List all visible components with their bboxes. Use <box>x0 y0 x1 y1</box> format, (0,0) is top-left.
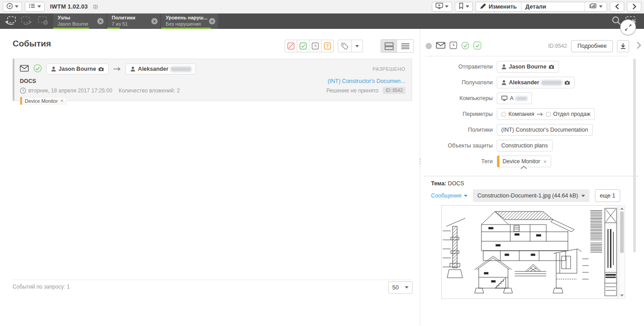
sender-chip[interactable]: Jason Bourne <box>46 64 109 74</box>
presentation-button[interactable] <box>432 2 452 12</box>
undo-selection-icon[interactable] <box>5 16 16 27</box>
check-circle-icon <box>461 41 469 51</box>
report-button[interactable] <box>585 2 607 11</box>
perimeter-chip[interactable]: Компания Отдел продаж <box>497 108 595 120</box>
dashboard-menu-button[interactable] <box>3 2 22 12</box>
filter-chip-policies[interactable]: Политики 7 из 51 × <box>107 14 160 29</box>
events-count: Событий по запросу: 1 <box>13 284 70 290</box>
message-label: Сообщение <box>431 193 462 199</box>
top-toolbar: IWTM 1.02.03 <box>0 0 644 14</box>
clock-icon <box>20 87 26 94</box>
blocked-icon <box>287 42 295 50</box>
field-row-protected-objects: Объекты защиты Construction plans <box>420 140 632 152</box>
tag-filter-button[interactable] <box>338 40 352 52</box>
filter-chip-value: 7 из 51 <box>112 21 151 28</box>
header-divider <box>426 56 629 56</box>
scroll-up-icon[interactable] <box>620 207 624 210</box>
person-icon <box>51 66 56 72</box>
verdict-blocked-button[interactable] <box>285 40 297 52</box>
message-dropdown[interactable]: Сообщение <box>431 193 467 199</box>
policy-link[interactable]: (INT) Constructor's Documen... <box>327 78 405 84</box>
redacted-name <box>541 80 562 85</box>
scroll-down-icon[interactable] <box>620 294 624 297</box>
recipient-chip[interactable]: Aleksander <box>126 64 195 74</box>
tag-filter-dropdown[interactable] <box>351 40 363 52</box>
verdict-pending-button[interactable] <box>309 40 322 52</box>
queries-menu-button[interactable] <box>25 2 45 12</box>
field-label: Теги <box>420 158 497 165</box>
collapse-panel-button[interactable] <box>636 41 641 51</box>
redacted-name <box>516 96 527 101</box>
chevron-down-icon <box>445 5 449 8</box>
download-button[interactable] <box>617 40 629 52</box>
perimeter-to: Отдел продаж <box>553 111 590 117</box>
sender-chip[interactable]: Jason Bourne <box>497 61 559 73</box>
redacted-name <box>171 67 191 72</box>
more-attachments-button[interactable]: еще 1 <box>595 189 620 202</box>
details-scrollbar-thumb[interactable] <box>633 59 636 253</box>
filter-chip-title: Уровень наруш... <box>166 15 209 21</box>
person-icon <box>130 66 136 72</box>
next-event-button[interactable] <box>627 2 641 12</box>
scale-toggle-button[interactable] <box>620 19 636 35</box>
edit-details-group: Изменить Детали <box>476 2 607 12</box>
envelope-icon <box>20 65 29 73</box>
cards-view-button[interactable] <box>381 40 397 52</box>
page-size-select[interactable]: 50 <box>388 281 413 294</box>
top-toolbar-left: IWTM 1.02.03 <box>3 2 99 12</box>
details-more-button[interactable]: Подробнее <box>571 40 613 52</box>
close-icon[interactable]: × <box>543 158 547 165</box>
edit-button[interactable]: Изменить <box>476 2 522 11</box>
selection-tools <box>0 14 53 29</box>
view-toggle <box>381 39 414 53</box>
redo-selection-icon[interactable] <box>21 16 32 27</box>
perimeter-icon <box>546 112 551 117</box>
tag-filter-group <box>338 40 363 52</box>
event-subject: DOCS <box>20 78 36 84</box>
field-label: Объекты защиты <box>420 142 497 149</box>
clear-selection-icon[interactable] <box>37 16 49 27</box>
prev-event-button[interactable] <box>610 2 624 12</box>
close-icon[interactable]: × <box>97 18 104 24</box>
bookmark-button[interactable] <box>455 2 473 12</box>
list-view-button[interactable] <box>397 40 413 52</box>
collapse-fields-button[interactable] <box>520 164 527 171</box>
close-icon[interactable]: × <box>151 18 158 24</box>
verdict-unknown-button[interactable]: ? <box>321 40 334 52</box>
attachment-preview[interactable] <box>441 205 618 299</box>
scrollbar-thumb[interactable] <box>620 211 624 253</box>
recipient-chip[interactable]: Aleksander <box>497 77 575 88</box>
field-label: Политики <box>420 127 497 133</box>
chevron-down-icon <box>355 45 359 47</box>
violation-level-icon <box>426 43 432 49</box>
preview-scrollbar[interactable] <box>619 205 625 299</box>
verdict-allowed-button[interactable] <box>297 40 309 52</box>
event-card[interactable]: Jason Bourne Aleksander РАЗРЕШЕНО DOCS <box>13 59 412 101</box>
protected-object-chip[interactable]: Construction plans <box>497 140 553 152</box>
close-icon[interactable]: × <box>60 98 63 104</box>
filter-chip-violation-level[interactable]: Уровень наруш... Без нарушения × <box>161 14 218 29</box>
chevron-right-icon <box>632 4 636 9</box>
filter-chip-nodes[interactable]: Узлы Jason Bourne × <box>53 14 106 29</box>
person-icon <box>501 64 507 69</box>
content-divider <box>424 176 639 176</box>
close-icon[interactable]: × <box>209 18 215 24</box>
svg-text:?: ? <box>326 44 329 49</box>
policy-chip[interactable]: (INT) Constructor's Documentation <box>497 124 593 136</box>
computer-chip[interactable]: A <box>497 92 532 104</box>
top-toolbar-right: Изменить Детали <box>432 2 641 12</box>
pencil-icon <box>480 3 486 10</box>
computer-name: A <box>510 95 513 101</box>
attachment-tab[interactable]: Construction-Document-1.jpg (44.64 kB) <box>473 189 590 202</box>
filter-chip-value: Jason Bourne <box>58 21 97 28</box>
clock-icon <box>312 42 319 50</box>
arrow-right-icon <box>113 66 121 73</box>
chevron-down-icon <box>37 5 41 8</box>
event-tag-chip[interactable]: Device Monitor × <box>20 97 67 105</box>
camera-icon <box>564 80 570 85</box>
arrow-right-icon <box>536 112 544 116</box>
details-tab[interactable]: Детали <box>522 2 585 11</box>
cards-view-icon <box>385 42 394 50</box>
camera-icon <box>98 67 104 71</box>
monitor-play-icon <box>435 3 443 10</box>
